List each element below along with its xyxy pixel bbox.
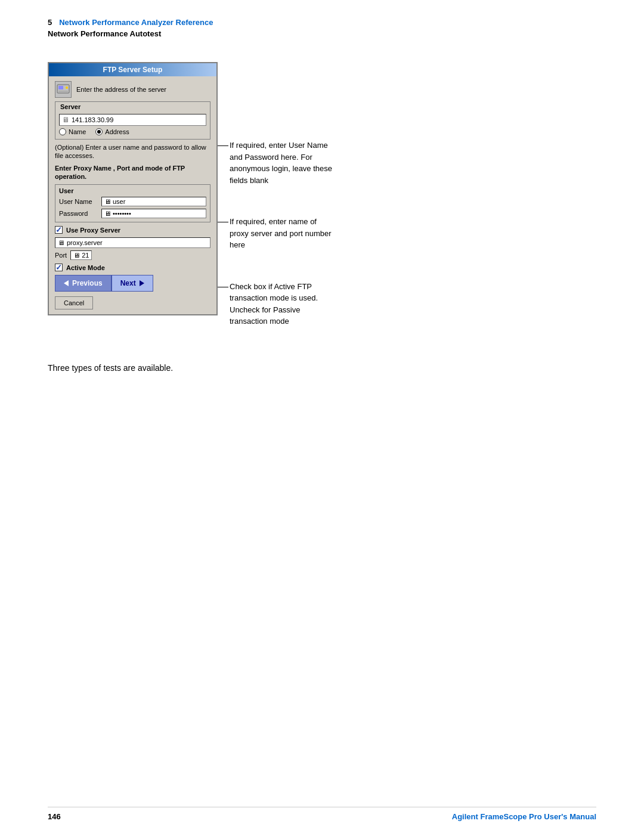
page-header: 5 Network Performance Analyzer Reference… — [0, 0, 644, 44]
proxy-server-icon: 🖥 — [58, 239, 64, 246]
annotation-block-3: Check box if Active FTPtransaction mode … — [230, 281, 596, 327]
radio-address-label: Address — [105, 128, 129, 135]
server-ip-icon: 🖥 — [62, 116, 69, 124]
next-arrow-icon — [140, 280, 144, 286]
proxy-instruction: Enter Proxy Name , Port and mode of FTP … — [55, 164, 210, 181]
username-label: User Name — [59, 198, 98, 205]
annotation-text-2: If required, enter name ofproxy server a… — [230, 216, 596, 251]
port-value: 21 — [82, 252, 89, 259]
footer-manual-title: Agilent FrameScope Pro User's Manual — [452, 812, 596, 821]
dialog-instruction: Enter the address of the server — [76, 85, 166, 94]
server-ip-value: 141.183.30.99 — [72, 116, 113, 123]
section-subtitle: Network Performance Autotest — [48, 29, 596, 38]
cancel-label: Cancel — [64, 299, 84, 306]
radio-name-circle[interactable] — [59, 128, 66, 135]
port-icon: 🖥 — [73, 252, 80, 259]
ftp-dialog: FTP Server Setup Enter the address of th… — [48, 62, 218, 315]
radio-address-circle[interactable] — [95, 128, 103, 135]
footer-page-number: 146 — [48, 812, 61, 821]
server-group-box: Server 🖥 141.183.30.99 Name Address — [55, 101, 210, 140]
annotation-text-3: Check box if Active FTPtransaction mode … — [230, 281, 596, 327]
use-proxy-checkbox[interactable]: ✓ — [55, 226, 63, 234]
password-icon: 🖥 — [104, 210, 111, 217]
svg-rect-1 — [58, 86, 63, 89]
radio-row: Name Address — [59, 128, 206, 135]
page-footer: 146 Agilent FrameScope Pro User's Manual — [48, 807, 596, 821]
password-input[interactable]: 🖥 •••••••• — [101, 209, 206, 218]
proxy-server-input[interactable]: 🖥 proxy.server — [55, 237, 210, 248]
user-group-box: User User Name 🖥 user Password 🖥 •••••••… — [55, 184, 210, 222]
next-button[interactable]: Next — [112, 275, 153, 292]
server-ip-input[interactable]: 🖥 141.183.30.99 — [59, 114, 206, 126]
port-row: Port 🖥 21 — [55, 250, 210, 260]
password-row: Password 🖥 •••••••• — [59, 209, 206, 218]
username-icon: 🖥 — [104, 198, 111, 205]
chapter-number: 5 — [48, 18, 52, 27]
dialog-icon-row: Enter the address of the server — [55, 81, 210, 98]
radio-address[interactable]: Address — [95, 128, 129, 135]
active-mode-checkmark: ✓ — [55, 263, 62, 272]
chapter-title[interactable]: Network Performance Analyzer Reference — [59, 18, 213, 27]
cancel-button[interactable]: Cancel — [55, 296, 93, 309]
previous-button[interactable]: Previous — [55, 275, 112, 292]
annotation-block-2: If required, enter name ofproxy server a… — [230, 216, 596, 251]
port-input[interactable]: 🖥 21 — [70, 250, 92, 260]
username-input[interactable]: 🖥 user — [101, 197, 206, 206]
main-content: FTP Server Setup Enter the address of th… — [0, 44, 644, 397]
proxy-server-value: proxy.server — [67, 239, 103, 246]
optional-text: (Optional) Enter a user name and passwor… — [55, 143, 210, 160]
below-paragraph: Three types of tests are available. — [48, 363, 173, 373]
annotations-area: If required, enter User Nameand Password… — [218, 62, 596, 345]
next-label: Next — [120, 279, 136, 287]
active-mode-checkbox[interactable]: ✓ — [55, 264, 63, 271]
annotation-text-1: If required, enter User Nameand Password… — [230, 140, 596, 186]
active-mode-row[interactable]: ✓ Active Mode — [55, 264, 210, 271]
chapter-line: 5 Network Performance Analyzer Reference — [48, 18, 596, 27]
diagram-area: FTP Server Setup Enter the address of th… — [48, 62, 596, 345]
radio-name-label: Name — [69, 128, 86, 135]
previous-label: Previous — [72, 279, 103, 287]
port-label: Port — [55, 252, 67, 259]
password-label: Password — [59, 210, 98, 217]
user-group-label: User — [59, 187, 206, 194]
buttons-row: Previous Next — [55, 275, 210, 292]
svg-point-3 — [66, 86, 68, 89]
ftp-server-icon — [55, 81, 72, 98]
annotation-block-1: If required, enter User Nameand Password… — [230, 140, 596, 186]
use-proxy-label: Use Proxy Server — [66, 227, 120, 234]
active-mode-label: Active Mode — [66, 264, 105, 271]
dialog-body: Enter the address of the server Server 🖥… — [49, 76, 216, 314]
password-value: •••••••• — [113, 210, 131, 217]
svg-rect-2 — [58, 91, 68, 92]
radio-name[interactable]: Name — [59, 128, 86, 135]
username-row: User Name 🖥 user — [59, 197, 206, 206]
server-group-label: Server — [59, 103, 82, 110]
dialog-titlebar: FTP Server Setup — [49, 63, 216, 76]
username-value: user — [113, 198, 125, 205]
use-proxy-row[interactable]: ✓ Use Proxy Server — [55, 226, 210, 234]
proxy-checkmark: ✓ — [55, 225, 62, 234]
previous-arrow-icon — [64, 280, 69, 286]
